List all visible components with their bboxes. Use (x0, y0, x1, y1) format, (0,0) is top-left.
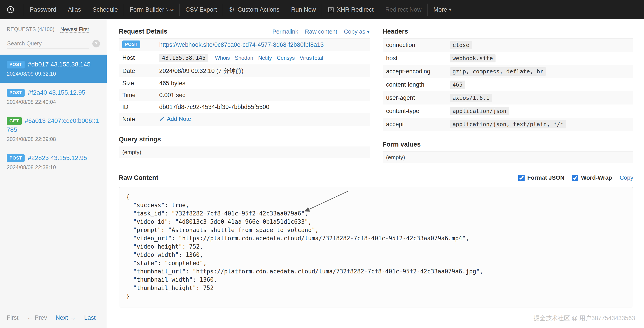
table-row: accept-encoding gzip, compress, deflate,… (382, 65, 634, 78)
header-name: content-type (382, 105, 446, 118)
gear-icon: ⚙ (229, 6, 235, 13)
search-input[interactable] (7, 39, 89, 49)
method-badge: POST (7, 89, 24, 97)
header-value: application/json (450, 107, 509, 115)
headers-title: Headers (382, 28, 408, 35)
requests-sidebar: REQUESTS (4/100) Newest First ? POST#db0… (0, 19, 107, 328)
watermark-text: 掘金技术社区 @ 用户3877543433563 (534, 314, 635, 322)
nav-item-custom-actions[interactable]: ⚙ Custom Actions (223, 0, 285, 19)
nav-item-alias[interactable]: Alias (62, 0, 87, 19)
host-label: Host (119, 51, 156, 65)
xhr-redirect-icon (328, 7, 334, 13)
format-json-checkbox[interactable] (518, 175, 524, 181)
nav-item-xhr-redirect[interactable]: XHR Redirect (322, 0, 380, 19)
request-timestamp: 2024/08/08 22:38:10 (7, 164, 100, 170)
header-value: webhook.site (450, 54, 496, 63)
header-value: 465 (450, 81, 465, 89)
copy-as-dropdown[interactable]: Copy as (344, 28, 370, 35)
id-value: db017fd8-7c92-4534-bf39-7bbbd55f5500 (156, 101, 370, 113)
date-value: 2024/08/09 09:32:10 (7 分钟前) (156, 65, 370, 77)
nav-item-run-now[interactable]: Run Now (285, 0, 322, 19)
date-label: Date (119, 65, 156, 77)
table-row: Note Add Note (119, 113, 370, 126)
nav-item-form-builder[interactable]: Form Builder New (124, 0, 180, 19)
table-row: user-agent axios/1.6.1 (382, 91, 634, 105)
request-list-item[interactable]: GET#6a013 2407:cdc0:b006::1785 2024/08/0… (0, 111, 107, 148)
method-badge: POST (7, 61, 24, 69)
request-list-item[interactable]: POST#22823 43.155.12.95 2024/08/08 22:38… (0, 148, 107, 176)
table-row: connection close (382, 39, 634, 52)
request-details-table: POST https://webhook.site/0c87ca0e-cd74-… (119, 39, 370, 126)
id-label: ID (119, 101, 156, 113)
top-navbar: Password Alias Schedule Form Builder New… (0, 0, 644, 19)
request-label: #f2a40 43.155.12.95 (28, 89, 85, 96)
pencil-icon (159, 116, 164, 122)
pagination: First ← Prev Next → Last (0, 308, 107, 328)
copy-button[interactable]: Copy (620, 174, 633, 181)
new-badge: New (166, 8, 174, 12)
censys-link[interactable]: Censys (277, 55, 295, 61)
request-label: #22823 43.155.12.95 (28, 154, 87, 161)
format-json-label: Format JSON (527, 174, 564, 181)
size-label: Size (119, 77, 156, 89)
request-list: POST#db017 43.155.38.145 2024/08/09 09:3… (0, 55, 107, 176)
permalink-link[interactable]: Permalink (272, 28, 298, 35)
table-row: Size 465 bytes (119, 77, 370, 89)
raw-content-link[interactable]: Raw content (305, 28, 338, 35)
host-value: 43.155.38.145 (159, 54, 208, 62)
header-name: user-agent (382, 91, 446, 105)
pagination-first: First (7, 314, 18, 321)
whois-link[interactable]: Whois (215, 55, 230, 61)
header-name: content-length (382, 78, 446, 91)
table-row: ID db017fd8-7c92-4534-bf39-7bbbd55f5500 (119, 101, 370, 113)
request-list-item[interactable]: POST#f2a40 43.155.12.95 2024/08/08 22:40… (0, 83, 107, 111)
note-label: Note (119, 113, 156, 126)
header-value: application/json, text/plain, */* (450, 120, 566, 128)
headers-table: connection close host webhook.site accep… (382, 39, 634, 131)
form-values-title: Form values (382, 141, 421, 148)
raw-json-body: { "success": true, "task_id": "732f8282-… (126, 193, 626, 300)
help-icon[interactable]: ? (92, 40, 100, 48)
nav-item-password[interactable]: Password (24, 0, 62, 19)
table-row: accept application/json, text/plain, */* (382, 118, 634, 131)
pagination-next[interactable]: Next → (56, 314, 76, 321)
request-details-title: Request Details (119, 28, 168, 35)
pagination-prev: ← Prev (27, 314, 47, 321)
table-row: Host 43.155.38.145 Whois Shodan Netify C… (119, 51, 370, 65)
time-value: 0.001 sec (156, 89, 370, 101)
table-row: content-type application/json (382, 105, 634, 118)
virustotal-link[interactable]: VirusTotal (300, 55, 323, 61)
nav-item-schedule[interactable]: Schedule (87, 0, 124, 19)
pagination-last[interactable]: Last (84, 314, 96, 321)
webhook-url-link[interactable]: https://webhook.site/0c87ca0e-cd74-4577-… (159, 41, 324, 48)
nav-item-redirect-now: Redirect Now (380, 0, 427, 19)
request-timestamp: 2024/08/08 22:40:04 (7, 99, 100, 105)
add-note-button[interactable]: Add Note (159, 115, 191, 122)
request-timestamp: 2024/08/09 09:32:10 (7, 71, 100, 77)
table-row: POST https://webhook.site/0c87ca0e-cd74-… (119, 39, 370, 51)
method-badge: POST (7, 154, 24, 162)
header-name: accept (382, 118, 446, 131)
raw-content-box: { "success": true, "task_id": "732f8282-… (119, 187, 633, 307)
request-label: #db017 43.155.38.145 (28, 61, 90, 68)
form-values-empty: (empty) (382, 151, 634, 163)
query-strings-title: Query strings (119, 136, 161, 143)
method-badge: POST (122, 41, 140, 48)
nav-item-csv-export[interactable]: CSV Export (180, 0, 223, 19)
main-content: Request Details Permalink Raw content Co… (107, 19, 644, 328)
header-name: connection (382, 39, 446, 52)
word-wrap-checkbox[interactable] (572, 175, 578, 181)
table-row: content-length 465 (382, 78, 634, 91)
sort-order-toggle[interactable]: Newest First (60, 27, 89, 33)
table-row: host webhook.site (382, 52, 634, 65)
table-row: Time 0.001 sec (119, 89, 370, 101)
nav-item-more[interactable]: More (428, 0, 457, 19)
shodan-link[interactable]: Shodan (235, 55, 253, 61)
history-clock-button[interactable] (0, 0, 24, 19)
header-name: accept-encoding (382, 65, 446, 78)
request-list-item[interactable]: POST#db017 43.155.38.145 2024/08/09 09:3… (0, 55, 107, 83)
netify-link[interactable]: Netify (258, 55, 272, 61)
requests-count-title: REQUESTS (4/100) (7, 27, 54, 33)
time-label: Time (119, 89, 156, 101)
table-row: Date 2024/08/09 09:32:10 (7 分钟前) (119, 65, 370, 77)
